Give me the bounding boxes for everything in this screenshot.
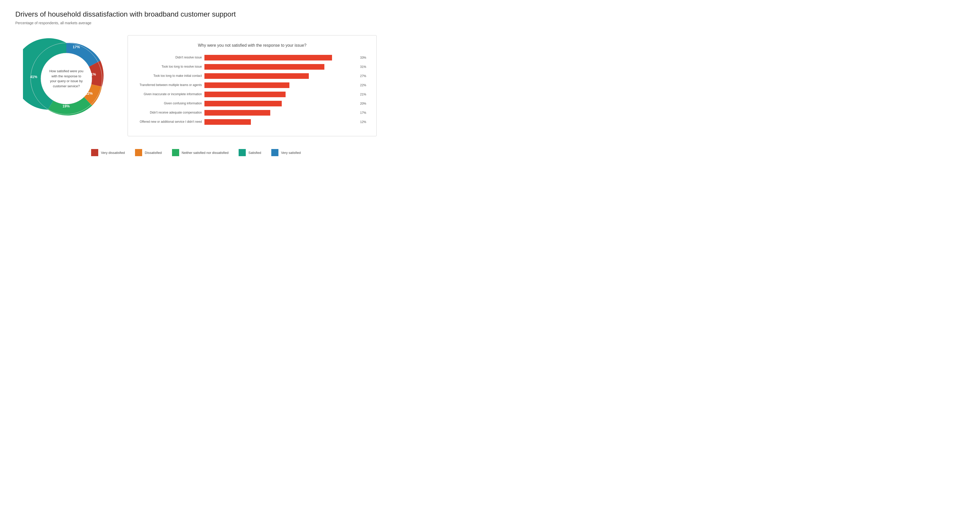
bar-label: Offered new or additional service I didn…: [138, 120, 204, 124]
legend-color-box: [271, 149, 278, 156]
bar-track: [204, 83, 358, 88]
bar-value: 17%: [360, 111, 366, 115]
bar-row: Took too long to make initial contact27%: [138, 73, 366, 79]
bar-label: Given inaccurate or incomplete informati…: [138, 92, 204, 97]
bar-fill: [204, 119, 251, 125]
pct-satisfied: 41%: [30, 75, 37, 79]
legend-item: Satisfied: [239, 149, 261, 156]
svg-point-0: [41, 53, 92, 104]
legend-color-box: [172, 149, 179, 156]
legend-item: Dissatisfied: [135, 149, 162, 156]
bar-fill: [204, 110, 270, 116]
legend-label: Dissatisfied: [145, 151, 162, 154]
legend-label: Very satisfied: [281, 151, 301, 154]
bar-track: [204, 110, 358, 116]
bar-row: Didn't resolve issue33%: [138, 55, 366, 60]
main-title: Drivers of household dissatisfaction wit…: [15, 10, 377, 18]
bar-row: Offered new or additional service I didn…: [138, 119, 366, 125]
bar-track: [204, 55, 358, 60]
bar-value: 31%: [360, 65, 366, 68]
bar-track: [204, 119, 358, 125]
bar-track: [204, 92, 358, 97]
bar-fill: [204, 64, 325, 70]
bar-fill: [204, 55, 332, 60]
bar-row: Didn't receive adequate compensation17%: [138, 110, 366, 116]
bar-label: Didn't resolve issue: [138, 56, 204, 60]
bar-fill: [204, 73, 309, 79]
legend-color-box: [91, 149, 98, 156]
content-area: 17% 11% 12% 19% 41% How satisfied were y…: [15, 35, 377, 136]
bar-fill: [204, 101, 282, 107]
legend-label: Very dissatisfied: [101, 151, 125, 154]
bar-value: 22%: [360, 83, 366, 87]
pct-very-satisfied: 17%: [73, 45, 80, 49]
legend-section: Very dissatisfiedDissatisfiedNeither sat…: [15, 149, 377, 156]
pct-dissatisfied: 12%: [86, 91, 93, 95]
pct-very-dissatisfied: 11%: [89, 72, 96, 76]
bar-row: Given confusing information20%: [138, 101, 366, 107]
bar-chart-title: Why were you not satisfied with the resp…: [138, 43, 366, 48]
bar-track: [204, 64, 358, 70]
pct-neither: 19%: [62, 104, 70, 108]
bar-value: 20%: [360, 102, 366, 105]
bar-label: Took too long to make initial contact: [138, 74, 204, 78]
legend-item: Very dissatisfied: [91, 149, 125, 156]
bar-value: 33%: [360, 56, 366, 59]
legend-color-box: [135, 149, 142, 156]
bar-value: 12%: [360, 120, 366, 124]
legend-item: Very satisfied: [271, 149, 301, 156]
subtitle: Percentage of respondents, all markets a…: [15, 21, 377, 25]
legend-label: Neither satisfied nor dissatisfied: [182, 151, 229, 154]
bar-row: Given inaccurate or incomplete informati…: [138, 92, 366, 97]
bar-rows: Didn't resolve issue33%Took too long to …: [138, 55, 366, 125]
bar-label: Didn't receive adequate compensation: [138, 111, 204, 115]
bar-label: Took too long to resolve issue: [138, 65, 204, 69]
bar-row: Took too long to resolve issue31%: [138, 64, 366, 70]
bar-fill: [204, 83, 290, 88]
bar-row: Transferred between multiple teams or ag…: [138, 83, 366, 88]
bar-track: [204, 101, 358, 107]
legend-label: Satisfied: [248, 151, 261, 154]
bar-value: 21%: [360, 92, 366, 96]
bar-track: [204, 73, 358, 79]
legend-item: Neither satisfied nor dissatisfied: [172, 149, 229, 156]
donut-section: 17% 11% 12% 19% 41% How satisfied were y…: [15, 35, 118, 122]
bar-label: Given confusing information: [138, 102, 204, 106]
legend-color-box: [239, 149, 246, 156]
bar-value: 27%: [360, 74, 366, 78]
donut-chart: 17% 11% 12% 19% 41% How satisfied were y…: [23, 35, 110, 122]
bar-label: Transferred between multiple teams or ag…: [138, 83, 204, 87]
bar-chart-section: Why were you not satisfied with the resp…: [127, 35, 377, 136]
bar-fill: [204, 92, 286, 97]
